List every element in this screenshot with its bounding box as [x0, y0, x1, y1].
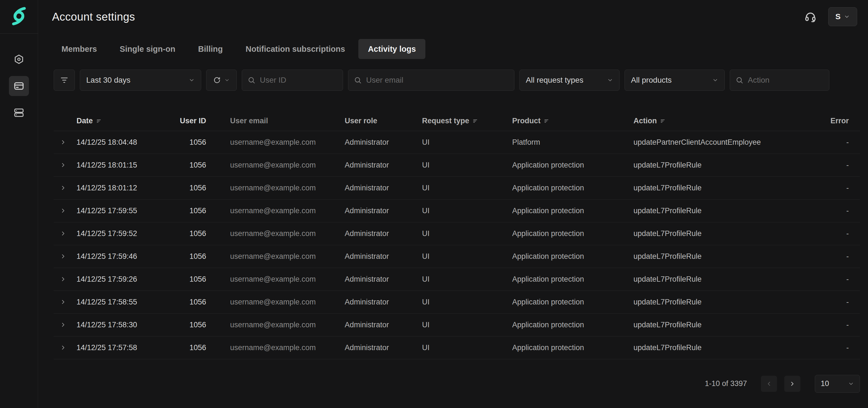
chevron-right-icon: [789, 380, 796, 387]
cell-error: -: [804, 291, 860, 313]
cell-action: updateL7ProfileRule: [631, 313, 804, 336]
column-header-action[interactable]: Action: [631, 111, 804, 131]
table-header-row: DateUser IDUser emailUser roleRequest ty…: [54, 111, 860, 131]
column-label: Product: [512, 117, 540, 125]
cell-error: -: [804, 199, 860, 222]
filter-funnel-button[interactable]: [54, 69, 75, 91]
activity-log-table: DateUser IDUser emailUser roleRequest ty…: [54, 111, 860, 359]
filter-lines-icon: [60, 76, 69, 85]
user-id-input[interactable]: [259, 76, 337, 85]
cell-user_role: Administrator: [342, 268, 420, 291]
cell-error: -: [804, 154, 860, 176]
column-header-expand: [54, 111, 74, 131]
page-size-select[interactable]: 10: [815, 375, 860, 393]
page-title: Account settings: [52, 10, 135, 23]
cell-user_id: 1056: [167, 245, 211, 268]
cell-date: 14/12/25 17:57:58: [74, 336, 167, 359]
sidebar-nav: [0, 34, 38, 123]
tab-notification-subscriptions[interactable]: Notification subscriptions: [246, 39, 345, 59]
expand-row-button[interactable]: [60, 253, 66, 260]
cell-request_type: UI: [420, 291, 510, 313]
table-row: 14/12/25 17:59:461056username@example.co…: [54, 245, 860, 268]
cell-error: -: [804, 268, 860, 291]
date-range-value: Last 30 days: [86, 76, 130, 85]
request-type-select[interactable]: All request types: [519, 69, 620, 91]
date-range-select[interactable]: Last 30 days: [80, 69, 201, 91]
sidebar-item-3[interactable]: [9, 103, 29, 123]
tab-members[interactable]: Members: [61, 39, 97, 59]
column-header-product[interactable]: Product: [510, 111, 631, 131]
table-row: 14/12/25 18:01:121056username@example.co…: [54, 176, 860, 199]
sort-icon[interactable]: [473, 118, 478, 124]
top-bar: Account settings S: [38, 0, 868, 33]
cell-product: Application protection: [510, 176, 631, 199]
sort-icon[interactable]: [96, 118, 102, 124]
sidebar: [0, 0, 38, 408]
sort-icon[interactable]: [544, 118, 550, 124]
column-label: Action: [633, 117, 657, 125]
chevron-right-icon: [60, 276, 66, 283]
page-size-value: 10: [821, 379, 829, 388]
tab-activity-logs[interactable]: Activity logs: [358, 39, 425, 59]
cell-error: -: [804, 222, 860, 245]
cell-user_id: 1056: [167, 268, 211, 291]
search-icon: [354, 76, 362, 84]
expand-row-button[interactable]: [60, 184, 66, 191]
avatar-initial: S: [835, 12, 841, 21]
cell-error: -: [804, 176, 860, 199]
sidebar-item-1[interactable]: [9, 49, 29, 69]
cell-expand: [54, 199, 74, 222]
refresh-split-button[interactable]: [206, 69, 237, 91]
user-email-search-field: [348, 69, 515, 91]
chevron-right-icon: [60, 207, 66, 214]
sidebar-item-2[interactable]: [9, 76, 29, 96]
table-row: 14/12/25 17:59:521056username@example.co…: [54, 222, 860, 245]
cell-user_email: username@example.com: [211, 245, 342, 268]
cell-date: 14/12/25 18:01:15: [74, 154, 167, 176]
expand-row-button[interactable]: [60, 230, 66, 237]
products-icon: [13, 54, 25, 65]
column-header-request_type[interactable]: Request type: [420, 111, 510, 131]
expand-row-button[interactable]: [60, 139, 66, 146]
cell-date: 14/12/25 17:59:26: [74, 268, 167, 291]
cyclone-logo-icon[interactable]: [9, 6, 29, 26]
cell-user_role: Administrator: [342, 131, 420, 154]
cell-action: updateL7ProfileRule: [631, 291, 804, 313]
cell-date: 14/12/25 17:59:52: [74, 222, 167, 245]
support-headset-button[interactable]: [804, 10, 816, 23]
cell-request_type: UI: [420, 131, 510, 154]
avatar-menu-button[interactable]: S: [828, 7, 857, 26]
expand-row-button[interactable]: [60, 299, 66, 305]
product-select[interactable]: All products: [625, 69, 725, 91]
user-email-input[interactable]: [366, 76, 508, 85]
main-area: Account settings S: [38, 0, 868, 408]
cell-user_id: 1056: [167, 176, 211, 199]
expand-row-button[interactable]: [60, 344, 66, 351]
action-input[interactable]: [747, 76, 824, 85]
previous-page-button[interactable]: [761, 376, 777, 392]
cell-request_type: UI: [420, 336, 510, 359]
next-page-button[interactable]: [784, 376, 800, 392]
chevron-down-icon: [848, 381, 854, 387]
cell-date: 14/12/25 17:59:55: [74, 199, 167, 222]
app-root: Account settings S: [0, 0, 868, 408]
expand-row-button[interactable]: [60, 321, 66, 328]
user-id-search-field: [242, 69, 343, 91]
column-label: Error: [831, 117, 849, 125]
expand-row-button[interactable]: [60, 276, 66, 283]
column-label: Request type: [422, 117, 469, 125]
expand-row-button[interactable]: [60, 162, 66, 168]
sort-icon[interactable]: [660, 118, 666, 124]
column-header-user_role: User role: [342, 111, 420, 131]
cell-request_type: UI: [420, 245, 510, 268]
cell-user_role: Administrator: [342, 245, 420, 268]
tab-bar: MembersSingle sign-onBillingNotification…: [38, 39, 868, 59]
cell-date: 14/12/25 18:04:48: [74, 131, 167, 154]
cell-user_email: username@example.com: [211, 336, 342, 359]
column-header-date[interactable]: Date: [74, 111, 167, 131]
cell-action: updateL7ProfileRule: [631, 336, 804, 359]
filter-bar: Last 30 days: [38, 69, 868, 91]
tab-billing[interactable]: Billing: [198, 39, 223, 59]
expand-row-button[interactable]: [60, 207, 66, 214]
tab-single-sign-on[interactable]: Single sign-on: [120, 39, 175, 59]
